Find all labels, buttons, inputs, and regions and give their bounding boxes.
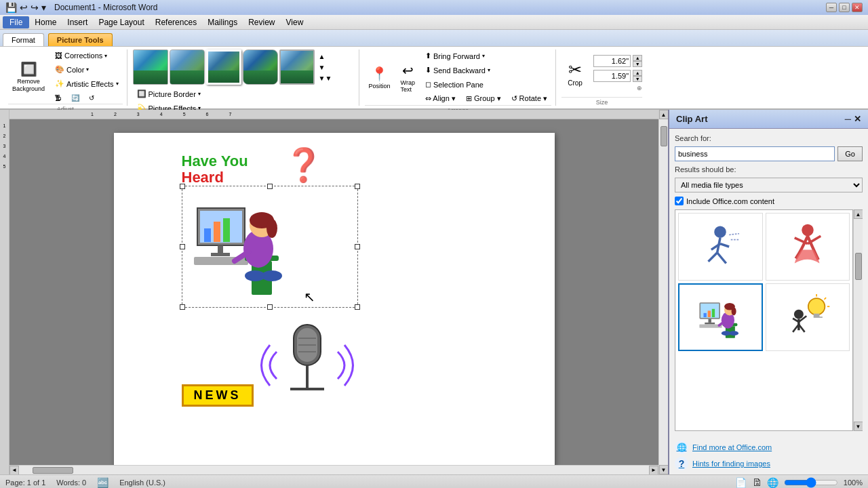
picture-border-button[interactable]: 🔲 Picture Border ▾ <box>133 87 334 100</box>
maximize-button[interactable]: □ <box>839 3 850 12</box>
pic-style-4[interactable] <box>243 49 278 85</box>
handle-tr[interactable] <box>355 184 360 189</box>
view-layout-btn[interactable]: 🖺 <box>752 477 762 488</box>
size-dialog-btn[interactable]: ⊕ <box>593 85 642 92</box>
microphone-svg <box>256 311 358 399</box>
menu-references[interactable]: References <box>150 16 202 28</box>
menu-view[interactable]: View <box>281 16 309 28</box>
svg-point-24 <box>715 226 727 238</box>
height-input[interactable] <box>593 55 631 67</box>
find-more-link[interactable]: 🌐 Find more at Office.com <box>675 441 863 454</box>
styles-scroll-down[interactable]: ▼ <box>317 62 334 73</box>
clip-art-minimize-btn[interactable]: ─ <box>845 114 851 124</box>
menu-insert[interactable]: Insert <box>62 16 93 28</box>
search-input[interactable] <box>675 146 835 161</box>
close-button[interactable]: ✕ <box>852 3 863 12</box>
reset-picture-button[interactable]: ↺ <box>85 92 98 104</box>
doc-scroll[interactable]: Have YouHeard ❓ <box>9 119 658 465</box>
send-backward-button[interactable]: ⬇ Send Backward ▾ <box>421 64 551 77</box>
more-quick-btn[interactable]: ▾ <box>41 2 46 13</box>
h-scroll-right-btn[interactable]: ► <box>649 466 658 475</box>
clip-scroll-track[interactable] <box>854 219 863 422</box>
clip-scroll-down-btn[interactable]: ▼ <box>854 422 863 431</box>
crop-button[interactable]: ✂ Crop <box>561 58 589 89</box>
include-label: Include Office.com content <box>686 197 774 205</box>
handle-tl[interactable] <box>180 184 185 189</box>
h-scrollbar[interactable]: ◄ ► <box>9 465 658 474</box>
height-up-btn[interactable]: ▲ <box>633 55 642 61</box>
go-button[interactable]: Go <box>837 146 863 161</box>
clip-item-4-svg <box>784 293 831 341</box>
menu-review[interactable]: Review <box>243 16 280 28</box>
proofing-icon[interactable]: 🔤 <box>97 477 108 488</box>
pic-style-1[interactable] <box>133 49 168 85</box>
minimize-button[interactable]: ─ <box>826 3 837 12</box>
doc-main-image[interactable]: Have YouHeard ❓ <box>182 153 358 407</box>
clip-art-grid <box>675 210 852 354</box>
artistic-effects-button[interactable]: ✨ Artistic Effects ▾ <box>51 77 122 90</box>
redo-quick-btn[interactable]: ↪ <box>31 2 39 13</box>
height-down-btn[interactable]: ▼ <box>633 61 642 67</box>
handle-mr[interactable] <box>355 244 360 249</box>
handle-br[interactable] <box>355 304 360 310</box>
group-button[interactable]: ⊞ Group ▾ <box>462 92 505 105</box>
handle-ml[interactable] <box>180 244 185 249</box>
remove-background-button[interactable]: 🔲 RemoveBackground <box>8 58 49 96</box>
clip-scroll-up-btn[interactable]: ▲ <box>854 209 863 219</box>
hints-link[interactable]: ? Hints for finding images <box>675 457 863 470</box>
menu-mailings[interactable]: Mailings <box>202 16 243 28</box>
undo-quick-btn[interactable]: ↩ <box>20 2 28 13</box>
v-scroll-down-btn[interactable]: ▼ <box>659 465 669 474</box>
bring-forward-button[interactable]: ⬆ Bring Forward ▾ <box>421 49 551 62</box>
h-scroll-left-btn[interactable]: ◄ <box>9 466 19 475</box>
width-input[interactable] <box>593 70 631 82</box>
styles-scroll-up[interactable]: ▲ <box>317 52 334 62</box>
wrap-text-button[interactable]: ↩ WrapText <box>397 60 419 96</box>
handle-bl[interactable] <box>180 304 185 310</box>
view-web-btn[interactable]: 🌐 <box>767 477 778 488</box>
size-group-label: Size <box>561 97 642 106</box>
h-scroll-thumb[interactable] <box>33 467 73 474</box>
clip-scroll-thumb[interactable] <box>855 253 862 280</box>
h-scroll-track[interactable] <box>19 466 649 474</box>
v-scroll-thumb[interactable] <box>660 126 667 146</box>
pic-style-5[interactable] <box>279 49 315 85</box>
v-scrollbar[interactable]: ▲ ▼ <box>658 110 668 474</box>
rotate-button[interactable]: ↺ Rotate ▾ <box>507 92 552 105</box>
width-up-btn[interactable]: ▲ <box>633 70 642 76</box>
menu-page-layout[interactable]: Page Layout <box>93 16 149 28</box>
pic-style-2[interactable] <box>170 49 205 85</box>
corrections-button[interactable]: 🖼 Corrections ▾ <box>51 49 122 62</box>
clip-art-item-1[interactable] <box>678 213 763 281</box>
color-button[interactable]: 🎨 Color ▾ <box>51 63 122 76</box>
clip-art-close-btn[interactable]: ✕ <box>854 114 861 124</box>
zoom-slider[interactable] <box>784 479 838 486</box>
include-checkbox[interactable] <box>675 197 684 205</box>
selected-image-frame[interactable] <box>182 186 358 308</box>
pic-style-3[interactable] <box>206 49 241 85</box>
v-scroll-up-btn[interactable]: ▲ <box>659 110 669 119</box>
compress-picture-button[interactable]: 🗜 <box>51 92 66 104</box>
handle-bm[interactable] <box>267 304 273 310</box>
clip-art-item-2[interactable] <box>766 213 850 281</box>
menu-file[interactable]: File <box>3 16 29 28</box>
align-button[interactable]: ⇔ Align ▾ <box>421 92 460 105</box>
change-picture-button[interactable]: 🔄 <box>67 92 83 104</box>
woman-computer-svg <box>184 188 319 303</box>
clip-art-item-4[interactable] <box>766 283 850 351</box>
v-scroll-track[interactable] <box>660 119 668 465</box>
tab-picture-tools[interactable]: Picture Tools <box>48 33 113 46</box>
width-down-btn[interactable]: ▼ <box>633 76 642 82</box>
styles-expand[interactable]: ▼▼ <box>317 73 334 83</box>
tab-format[interactable]: Format <box>3 33 44 46</box>
save-quick-btn[interactable]: 💾 <box>5 2 17 13</box>
handle-tm[interactable] <box>267 184 273 189</box>
results-select[interactable]: All media file types <box>675 178 863 192</box>
menu-home[interactable]: Home <box>29 16 62 28</box>
position-button[interactable]: 📍 Position <box>365 60 395 96</box>
clip-art-item-3[interactable] <box>678 283 763 351</box>
selection-pane-button[interactable]: ◻ Selection Pane <box>421 78 551 91</box>
view-normal-btn[interactable]: 📄 <box>735 477 747 488</box>
document-page[interactable]: Have YouHeard ❓ <box>114 133 555 465</box>
clip-art-scrollbar[interactable]: ▲ ▼ <box>853 209 863 431</box>
